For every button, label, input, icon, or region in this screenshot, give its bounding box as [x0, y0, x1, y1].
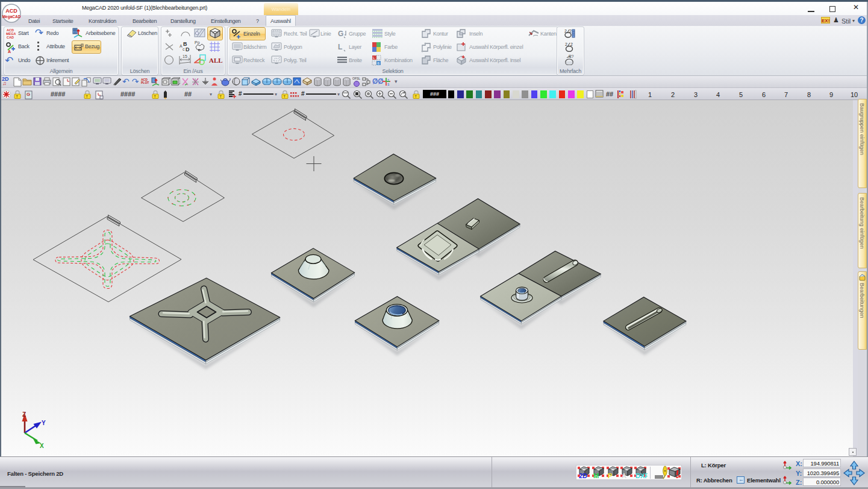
svg-text:c: c [183, 47, 185, 51]
svg-text:R?: R? [569, 54, 574, 58]
svg-text:G: G [338, 30, 343, 38]
svg-text:D: D [186, 46, 190, 52]
svg-text:2: 2 [565, 42, 567, 46]
svg-text:DXF: DXF [635, 472, 648, 479]
svg-text:G: G [27, 92, 30, 97]
svg-text:?: ? [387, 78, 389, 82]
svg-text:M: M [593, 472, 599, 479]
svg-text:P: P [608, 472, 612, 479]
svg-text:Y: Y [42, 420, 46, 426]
svg-text:Z: Z [22, 411, 26, 418]
svg-text:MegaCAD: MegaCAD [2, 14, 21, 19]
svg-text:15: 15 [183, 54, 187, 58]
svg-text:A: A [8, 49, 11, 53]
svg-text:2D: 2D [579, 472, 587, 479]
svg-text:ACD: ACD [5, 8, 17, 14]
svg-text:L: L [338, 43, 342, 51]
svg-text:A: A [622, 472, 626, 479]
svg-text:2: 2 [570, 42, 573, 46]
svg-text:X: X [40, 443, 44, 449]
svg-text:Po: Po [195, 40, 200, 45]
svg-text:CAD: CAD [7, 36, 14, 39]
svg-text:S: S [387, 83, 390, 86]
